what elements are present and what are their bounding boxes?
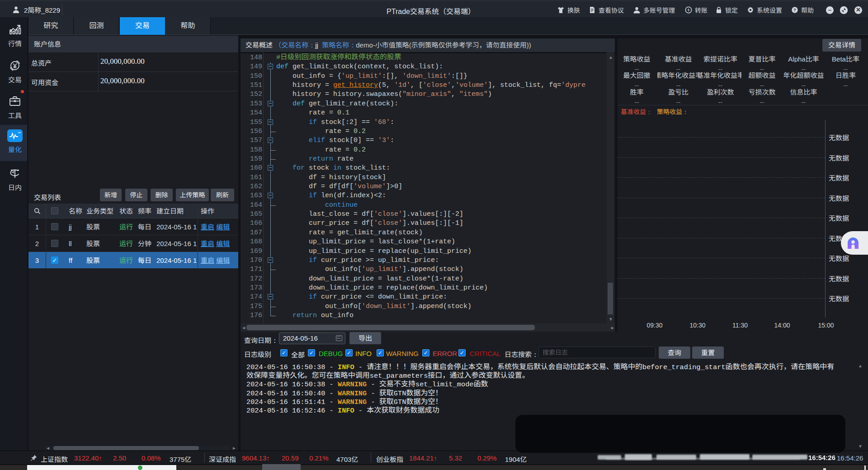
svg-text:?: ? [793, 7, 796, 12]
